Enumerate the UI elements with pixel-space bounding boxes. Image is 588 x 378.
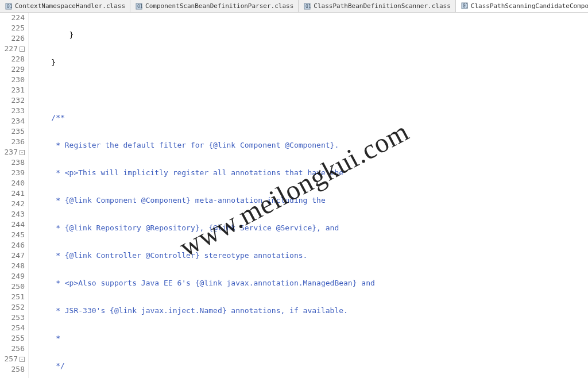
line-number: 243 bbox=[0, 209, 25, 219]
line-number: 239 bbox=[0, 168, 25, 178]
line-number: 234 bbox=[0, 116, 25, 126]
tab-classpath-scanner[interactable]: 01 ClassPathBeanDefinitionScanner.class bbox=[299, 0, 455, 12]
line-number: 256 bbox=[0, 344, 25, 354]
fold-icon[interactable]: - bbox=[20, 150, 25, 155]
editor-tab-bar: 01 ContextNamespaceHandler.class 01 Comp… bbox=[0, 0, 588, 13]
code-line: * Register the default filter for {@link… bbox=[33, 140, 588, 151]
fold-icon[interactable]: - bbox=[20, 47, 25, 52]
code-line: * {@link Component @Component} meta-anno… bbox=[33, 195, 588, 206]
line-number: 242 bbox=[0, 199, 25, 209]
class-file-icon: 01 bbox=[303, 2, 311, 10]
tab-component-scan-parser[interactable]: 01 ComponentScanBeanDefinitionParser.cla… bbox=[130, 0, 299, 12]
code-line: /** bbox=[33, 113, 588, 123]
line-number: 248 bbox=[0, 261, 25, 271]
line-number: 252 bbox=[0, 302, 25, 313]
code-line: * JSR-330's {@link javax.inject.Named} a… bbox=[33, 306, 588, 316]
line-number: 229 bbox=[0, 64, 25, 75]
tab-label: ClassPathBeanDefinitionScanner.class bbox=[314, 2, 450, 10]
line-number: 241 bbox=[0, 188, 25, 199]
line-number: 249 bbox=[0, 271, 25, 281]
line-number: 250 bbox=[0, 281, 25, 292]
code-line: */ bbox=[33, 361, 588, 371]
svg-text:01: 01 bbox=[463, 3, 468, 9]
code-line: * <p>Also supports Java EE 6's {@link ja… bbox=[33, 278, 588, 288]
line-number: 251 bbox=[0, 292, 25, 302]
svg-text:01: 01 bbox=[305, 4, 311, 9]
code-line: } bbox=[33, 30, 588, 40]
line-number: 226 bbox=[0, 33, 25, 44]
line-number: 246 bbox=[0, 240, 25, 250]
tab-label: ClassPathScanningCandidateComponentProvi… bbox=[471, 2, 588, 10]
line-number: 240 bbox=[0, 178, 25, 188]
tab-label: ContextNamespaceHandler.class bbox=[15, 2, 125, 10]
code-area[interactable]: } } /** * Register the default filter fo… bbox=[29, 13, 588, 378]
class-file-icon: 01 bbox=[461, 2, 469, 10]
line-number: 233 bbox=[0, 106, 25, 116]
line-number: 236 bbox=[0, 137, 25, 147]
line-number: 235 bbox=[0, 126, 25, 137]
line-number: 258 bbox=[0, 364, 25, 375]
line-number: 230 bbox=[0, 75, 25, 85]
code-line: * <p>This will implicitly register all a… bbox=[33, 168, 588, 178]
tab-context-namespace-handler[interactable]: 01 ContextNamespaceHandler.class bbox=[0, 0, 130, 12]
line-number: 254 bbox=[0, 323, 25, 333]
line-number: 255 bbox=[0, 333, 25, 344]
tab-classpath-scanning-provider[interactable]: 01 ClassPathScanningCandidateComponentPr… bbox=[456, 0, 588, 12]
line-number: 227- bbox=[0, 44, 25, 54]
code-line: } bbox=[33, 57, 588, 68]
code-line: * bbox=[33, 333, 588, 344]
line-number: 238 bbox=[0, 157, 25, 168]
tab-label: ComponentScanBeanDefinitionParser.class bbox=[145, 2, 293, 10]
line-number: 225 bbox=[0, 23, 25, 33]
code-line: * {@link Controller @Controller} stereot… bbox=[33, 250, 588, 261]
line-number: 228 bbox=[0, 54, 25, 64]
code-editor: 224 225 226 227- 228 229 230 231 232 233… bbox=[0, 13, 588, 378]
code-line: * {@link Repository @Repository}, {@link… bbox=[33, 223, 588, 233]
svg-text:01: 01 bbox=[7, 4, 12, 9]
line-number: 231 bbox=[0, 85, 25, 95]
line-number: 237- bbox=[0, 147, 25, 157]
line-number: 257- bbox=[0, 354, 25, 364]
line-number: 247 bbox=[0, 250, 25, 261]
svg-text:01: 01 bbox=[137, 4, 142, 9]
line-number: 224 bbox=[0, 13, 25, 23]
line-number: 244 bbox=[0, 219, 25, 230]
class-file-icon: 01 bbox=[135, 2, 143, 10]
line-number: 245 bbox=[0, 230, 25, 240]
class-file-icon: 01 bbox=[5, 2, 13, 10]
fold-icon[interactable]: - bbox=[20, 357, 25, 362]
code-line bbox=[33, 85, 588, 95]
line-number: 253 bbox=[0, 313, 25, 323]
line-number-gutter: 224 225 226 227- 228 229 230 231 232 233… bbox=[0, 13, 29, 378]
line-number: 232 bbox=[0, 95, 25, 106]
